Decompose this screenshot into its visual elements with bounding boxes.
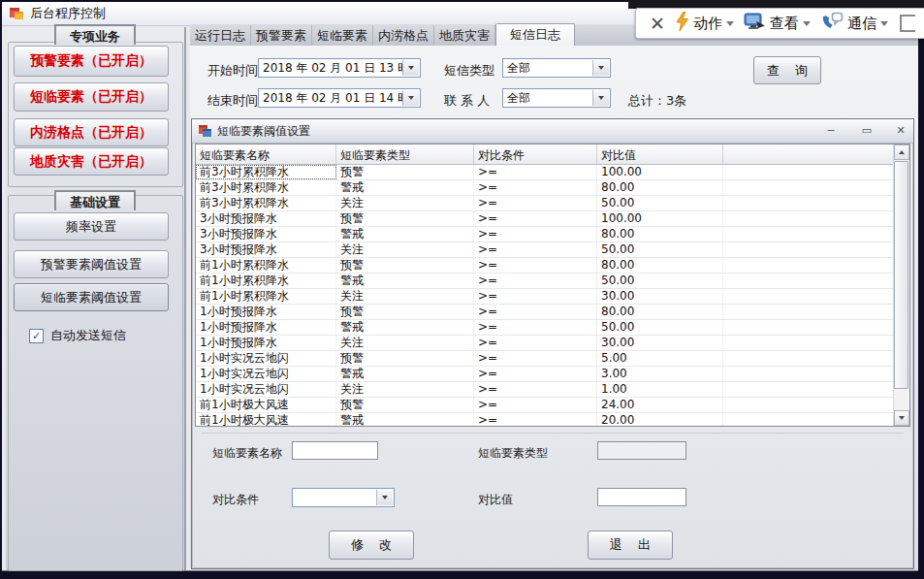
cell-value[interactable]: 30.00: [597, 289, 723, 304]
cell-element-type[interactable]: 警戒: [336, 227, 474, 241]
form-condition-select[interactable]: [292, 488, 395, 507]
modify-button[interactable]: 修 改: [329, 531, 414, 560]
tab-waterlogging-grid[interactable]: 内涝格点: [373, 25, 434, 46]
cell-empty[interactable]: [723, 351, 894, 366]
cell-empty[interactable]: [723, 242, 894, 257]
end-time-picker[interactable]: 2018 年 02 月 01 日 14 时: [258, 88, 421, 108]
cell-empty[interactable]: [723, 211, 894, 226]
cell-condition[interactable]: >=: [474, 165, 597, 179]
cell-condition[interactable]: >=: [474, 273, 597, 288]
cell-empty[interactable]: [723, 336, 894, 350]
cell-condition[interactable]: >=: [474, 336, 597, 350]
auto-sms-checkbox-row[interactable]: ✓ 自动发送短信: [29, 327, 126, 344]
sms-type-select[interactable]: 全部: [502, 58, 611, 78]
sms-type-dropdown-button[interactable]: [592, 60, 609, 76]
toolbar-menu-communication[interactable]: 通信: [820, 12, 888, 35]
cell-element-type[interactable]: 预警: [336, 398, 474, 412]
cell-value[interactable]: 80.00: [597, 227, 723, 241]
cell-value[interactable]: 5.00: [597, 351, 723, 366]
end-time-dropdown-button[interactable]: [402, 90, 419, 106]
cell-value[interactable]: 50.00: [597, 196, 723, 210]
button-waterlogging-grid[interactable]: 内涝格点（已开启）: [14, 118, 169, 146]
cell-condition[interactable]: >=: [474, 211, 597, 226]
toolbar-menu-actions[interactable]: 动作: [675, 12, 734, 35]
column-header-type[interactable]: 短临要素类型: [336, 145, 474, 164]
scroll-up-button[interactable]: [894, 145, 909, 160]
cell-condition[interactable]: >=: [474, 289, 597, 304]
cell-element-type[interactable]: 关注: [336, 289, 474, 304]
cell-element-type[interactable]: 预警: [336, 305, 474, 319]
cell-element-type[interactable]: 预警: [336, 258, 474, 273]
cell-empty[interactable]: [723, 180, 894, 195]
button-warning-threshold-settings[interactable]: 预警要素阈值设置: [14, 250, 169, 278]
cell-condition[interactable]: >=: [474, 227, 597, 241]
exit-button[interactable]: 退 出: [588, 531, 673, 560]
dialog-titlebar[interactable]: 短临要素阈值设置 ─ ▭ ✕: [192, 119, 913, 144]
cell-value[interactable]: 1.00: [597, 382, 723, 397]
cell-value[interactable]: 30.00: [597, 336, 723, 350]
cell-element-type[interactable]: 预警: [336, 351, 474, 366]
cell-element-type[interactable]: 关注: [336, 336, 474, 350]
dialog-minimize-button[interactable]: ─: [820, 123, 842, 139]
cell-condition[interactable]: >=: [474, 180, 597, 195]
vertical-scrollbar[interactable]: [893, 145, 909, 426]
cell-element-name[interactable]: 1小时预报降水: [196, 336, 336, 350]
cell-element-name[interactable]: 1小时实况云地闪: [196, 367, 336, 381]
table-row[interactable]: 3小时预报降水 警戒 >= 80.00: [196, 227, 894, 242]
cell-condition[interactable]: >=: [474, 196, 597, 210]
cell-empty[interactable]: [723, 382, 894, 397]
table-row[interactable]: 前1小时累积降水 关注 >= 30.00: [196, 289, 894, 305]
sidebar-splitter[interactable]: [184, 27, 186, 570]
tab-warning-elements[interactable]: 预警要素: [251, 25, 312, 46]
cell-element-type[interactable]: 警戒: [336, 413, 474, 426]
cell-element-type[interactable]: 警戒: [336, 180, 474, 195]
table-row[interactable]: 前3小时累积降水 警戒 >= 80.00: [196, 180, 894, 196]
column-header-name[interactable]: 短临要素名称: [196, 145, 336, 164]
cell-condition[interactable]: >=: [474, 413, 597, 426]
cell-empty[interactable]: [723, 413, 894, 426]
dialog-close-button[interactable]: ✕: [890, 123, 911, 139]
tab-run-log[interactable]: 运行日志: [190, 25, 251, 46]
table-row[interactable]: 1小时实况云地闪 警戒 >= 3.00: [196, 367, 894, 382]
button-frequency-settings[interactable]: 频率设置: [14, 212, 169, 241]
cell-element-name[interactable]: 前1小时累积降水: [196, 273, 336, 288]
cell-empty[interactable]: [723, 273, 894, 288]
button-nowcast-threshold-settings[interactable]: 短临要素阈值设置: [14, 283, 169, 311]
form-condition-dropdown-button[interactable]: [376, 490, 393, 505]
cell-element-name[interactable]: 1小时预报降水: [196, 305, 336, 319]
cell-value[interactable]: 20.00: [597, 413, 723, 426]
start-time-picker[interactable]: 2018 年 02 月 01 日 13 时: [258, 58, 421, 78]
cell-empty[interactable]: [723, 320, 894, 335]
table-row[interactable]: 前1小时极大风速 预警 >= 24.00: [196, 398, 894, 413]
cell-empty[interactable]: [723, 258, 894, 273]
cell-element-name[interactable]: 3小时预报降水: [196, 211, 336, 226]
cell-element-name[interactable]: 1小时实况云地闪: [196, 351, 336, 366]
cell-element-name[interactable]: 3小时预报降水: [196, 227, 336, 241]
tab-geological-disaster[interactable]: 地质灾害: [434, 25, 495, 46]
table-row[interactable]: 3小时预报降水 预警 >= 100.00: [196, 211, 894, 227]
cell-empty[interactable]: [723, 227, 894, 241]
cell-element-name[interactable]: 前3小时累积降水: [196, 180, 336, 195]
cell-value[interactable]: 80.00: [597, 305, 723, 319]
cell-empty[interactable]: [723, 367, 894, 381]
scroll-down-button[interactable]: [894, 410, 909, 426]
cell-condition[interactable]: >=: [474, 305, 597, 319]
column-header-value[interactable]: 对比值: [597, 145, 723, 164]
cell-element-name[interactable]: 1小时实况云地闪: [196, 382, 336, 397]
cell-element-name[interactable]: 3小时预报降水: [196, 242, 336, 257]
cell-value[interactable]: 100.00: [597, 165, 723, 179]
dialog-maximize-button[interactable]: ▭: [856, 123, 877, 139]
query-button[interactable]: 查 询: [753, 56, 821, 84]
table-row[interactable]: 前1小时极大风速 警戒 >= 20.00: [196, 413, 894, 426]
cell-element-type[interactable]: 警戒: [336, 320, 474, 335]
cell-element-type[interactable]: 关注: [336, 382, 474, 397]
form-name-input[interactable]: [292, 441, 378, 460]
cell-element-type[interactable]: 警戒: [336, 273, 474, 288]
table-row[interactable]: 1小时实况云地闪 预警 >= 5.00: [196, 351, 894, 367]
cell-empty[interactable]: [723, 196, 894, 210]
checkbox-auto-sms[interactable]: ✓: [29, 329, 44, 343]
cell-condition[interactable]: >=: [474, 367, 597, 381]
cell-element-name[interactable]: 前1小时累积降水: [196, 258, 336, 273]
cell-condition[interactable]: >=: [474, 258, 597, 273]
cell-condition[interactable]: >=: [474, 398, 597, 412]
